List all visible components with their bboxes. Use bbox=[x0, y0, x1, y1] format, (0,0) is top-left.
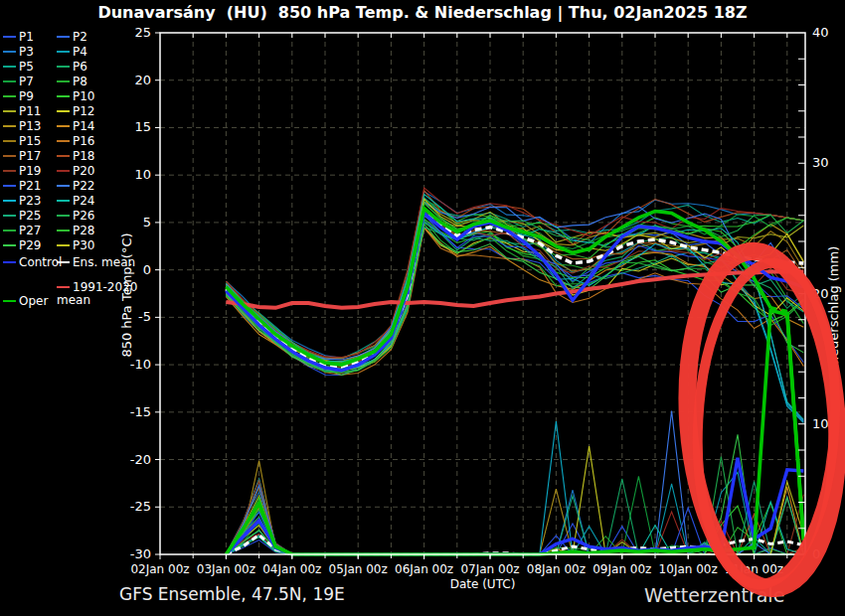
legend-item-p4-label: P4 bbox=[73, 45, 87, 59]
oper-temp-line bbox=[226, 209, 770, 366]
legend-item-p13-label: P13 bbox=[19, 119, 42, 133]
y-left-tick-label: -30 bbox=[130, 546, 151, 561]
legend-item-p16: P16 bbox=[57, 135, 95, 148]
legend-item-p13: P13 bbox=[3, 120, 42, 133]
x-tick-label: 06Jan 00z bbox=[395, 562, 453, 576]
legend-item-p9-swatch bbox=[3, 95, 16, 97]
legend-item-p29: P29 bbox=[3, 239, 42, 252]
x-tick-label: 09Jan 00z bbox=[592, 562, 651, 576]
precip-line-P7 bbox=[226, 476, 803, 554]
legend-item-p1-swatch bbox=[3, 36, 16, 38]
y-axis-left-label: 850 hPa Temp. (°C) bbox=[119, 232, 134, 357]
precip-line-P9 bbox=[226, 486, 803, 554]
precip-line-P11 bbox=[226, 496, 803, 554]
precip-line-P29 bbox=[226, 434, 803, 554]
oper-precip-line bbox=[226, 311, 803, 554]
legend-item-p24: P24 bbox=[57, 195, 95, 208]
precip-line-P6 bbox=[226, 479, 803, 554]
legend-item-p23: P23 bbox=[3, 195, 42, 208]
y-left-tick-label: -10 bbox=[130, 357, 151, 372]
precip-line-P14 bbox=[226, 487, 803, 554]
legend-item-p15-swatch bbox=[3, 140, 16, 142]
legend-item-p18-label: P18 bbox=[73, 149, 95, 163]
y-right-tick-label: 0 bbox=[812, 546, 820, 561]
precip-line-P3 bbox=[226, 490, 803, 554]
legend-item-p5-label: P5 bbox=[19, 60, 34, 74]
legend-item-p11-label: P11 bbox=[19, 104, 42, 118]
legend-item-p24-swatch bbox=[57, 200, 70, 202]
legend-item-p21-label: P21 bbox=[19, 179, 42, 193]
legend-item-p4-swatch bbox=[57, 51, 70, 53]
y-left-tick-label: -25 bbox=[130, 499, 151, 514]
y-right-tick-label: 40 bbox=[812, 25, 829, 40]
legend-item-p30: P30 bbox=[57, 239, 95, 252]
legend-item-p14-swatch bbox=[57, 125, 70, 127]
legend-item-p22-swatch bbox=[57, 185, 70, 187]
legend-item-p18-swatch bbox=[57, 155, 70, 157]
legend-item-p2-swatch bbox=[57, 36, 70, 38]
legend-item-p25-label: P25 bbox=[19, 209, 42, 223]
legend-item-p17-label: P17 bbox=[19, 149, 42, 163]
watermark-text: Wetterzentrale bbox=[644, 584, 784, 606]
model-info-text: GFS Ensemble, 47.5N, 19E bbox=[119, 584, 345, 604]
legend-item-p24-label: P24 bbox=[73, 194, 95, 208]
legend-item-p15: P15 bbox=[3, 135, 42, 148]
precip-line-P12 bbox=[226, 446, 803, 554]
legend-item-p10-swatch bbox=[57, 95, 70, 97]
legend-item-oper-label: Oper bbox=[19, 294, 48, 308]
legend-item-p11-swatch bbox=[3, 110, 16, 112]
legend-item-p27: P27 bbox=[3, 225, 42, 237]
legend-item-control-swatch bbox=[3, 261, 16, 263]
legend-item-p10-label: P10 bbox=[73, 89, 95, 103]
legend-item-p13-swatch bbox=[3, 125, 16, 127]
legend-item-p26: P26 bbox=[57, 210, 95, 223]
legend-item-p11: P11 bbox=[3, 105, 42, 118]
x-tick-label: 08Jan 00z bbox=[527, 562, 586, 576]
legend-item-p15-label: P15 bbox=[19, 134, 42, 148]
legend-item-oper-swatch bbox=[3, 300, 16, 302]
legend-item-p14: P14 bbox=[57, 120, 95, 133]
legend-item-p7: P7 bbox=[3, 76, 34, 88]
legend-item-p8-swatch bbox=[57, 80, 70, 82]
legend-item-p28: P28 bbox=[57, 225, 95, 237]
precip-line-P25 bbox=[226, 482, 803, 555]
legend-item-p1-label: P1 bbox=[19, 30, 34, 44]
legend-item-p26-label: P26 bbox=[73, 209, 95, 223]
legend-item-p19-label: P19 bbox=[19, 164, 42, 178]
legend-item-p26-swatch bbox=[57, 215, 70, 217]
legend-item-p7-swatch bbox=[3, 80, 16, 82]
legend-item-p6: P6 bbox=[57, 61, 87, 74]
legend-item-p25-swatch bbox=[3, 215, 16, 217]
legend-item-p6-swatch bbox=[57, 66, 70, 68]
legend-item-p3-label: P3 bbox=[19, 45, 34, 59]
y-right-tick-label: 10 bbox=[812, 416, 829, 431]
legend-item-p21: P21 bbox=[3, 180, 42, 193]
legend-item-control: Control bbox=[3, 256, 62, 269]
legend-item-p16-label: P16 bbox=[73, 134, 95, 148]
legend-item-p23-swatch bbox=[3, 200, 16, 202]
legend-item-p6-label: P6 bbox=[73, 60, 87, 74]
legend-item-p5-swatch bbox=[3, 66, 16, 68]
precip-line-P26 bbox=[226, 457, 803, 554]
legend-item-p27-swatch bbox=[3, 230, 16, 231]
legend-item-p28-swatch bbox=[57, 230, 70, 231]
x-tick-label: 11Jan 00z bbox=[725, 562, 783, 576]
legend-item-p7-label: P7 bbox=[19, 75, 34, 88]
legend-item-p20-label: P20 bbox=[73, 164, 95, 178]
legend-item-p3-swatch bbox=[3, 51, 16, 53]
x-tick-label: 10Jan 00z bbox=[659, 562, 718, 576]
legend-item-p1: P1 bbox=[3, 31, 34, 44]
legend-item-p9-label: P9 bbox=[19, 89, 34, 103]
legend-item-ens-mean-swatch bbox=[57, 261, 70, 263]
legend-item-p5: P5 bbox=[3, 61, 34, 74]
legend-item-p29-swatch bbox=[3, 244, 16, 246]
legend-item-p10: P10 bbox=[57, 90, 95, 103]
legend-item-p2-label: P2 bbox=[73, 30, 87, 44]
y-axis-right-label: Niederschlag (mm) bbox=[826, 246, 841, 371]
legend-item-p9: P9 bbox=[3, 90, 34, 103]
legend-item-p4: P4 bbox=[57, 46, 87, 59]
y-left-tick-label: -15 bbox=[130, 404, 151, 419]
precip-line-P17 bbox=[226, 487, 803, 554]
x-tick-label: 05Jan 00z bbox=[329, 562, 388, 576]
legend-item-p17-swatch bbox=[3, 155, 16, 157]
